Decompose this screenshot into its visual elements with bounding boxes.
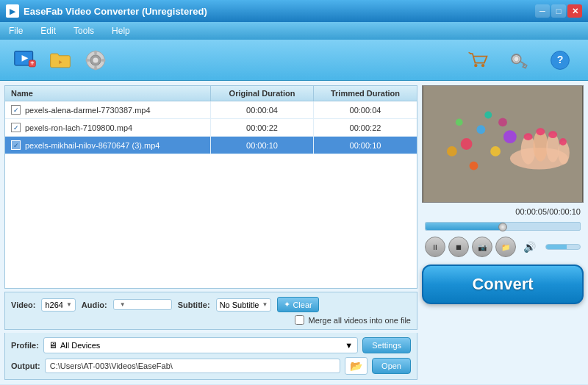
menu-bar: File Edit Tools Help [0, 22, 588, 40]
settings-button[interactable]: Settings [362, 337, 411, 353]
progress-bar[interactable] [425, 222, 581, 231]
svg-point-37 [548, 131, 557, 138]
column-name: Name [5, 86, 211, 101]
table-row[interactable]: ✓ pexels-ron-lach-7109800.mp4 00:00:22 0… [5, 119, 417, 137]
title-bar: ▶ EaseFab Video Converter (Unregistered)… [0, 0, 588, 22]
video-select-arrow: ▼ [66, 301, 72, 308]
video-select[interactable]: h264 ▼ [41, 298, 75, 312]
left-panel: Name Original Duration Trimmed Duration … [4, 85, 417, 380]
merge-checkbox[interactable] [295, 315, 304, 325]
file-checkbox[interactable]: ✓ [11, 123, 21, 132]
toolbar: + [0, 40, 588, 81]
file-trimmed-duration: 00:00:10 [314, 137, 417, 154]
svg-text:+: + [30, 60, 34, 67]
progress-thumb[interactable] [498, 223, 507, 231]
profile-row: Profile: 🖥 All Devices ▼ Settings [11, 337, 411, 353]
audio-label: Audio: [82, 301, 107, 309]
main-content: Name Original Duration Trimmed Duration … [0, 81, 588, 384]
add-folder-button[interactable] [44, 44, 76, 76]
svg-point-38 [559, 138, 567, 145]
menu-tools[interactable]: Tools [71, 24, 97, 37]
output-label: Output: [11, 361, 40, 370]
current-time: 00:00:05 [515, 207, 547, 216]
file-original-duration: 00:00:22 [211, 119, 314, 136]
svg-point-25 [503, 130, 517, 143]
subtitle-select[interactable]: No Subtitle ▼ [216, 298, 272, 312]
cart-button[interactable] [462, 44, 494, 76]
browse-folder-button[interactable]: 📂 [345, 357, 368, 375]
help-button[interactable]: ? [544, 44, 576, 76]
file-name-cell: ✓ pexels-alena-darmel-7730387.mp4 [5, 101, 211, 118]
svg-point-35 [524, 133, 533, 140]
video-audio-row: Video: h264 ▼ Audio: ▼ Subtitle: No Subt… [11, 297, 411, 312]
file-trimmed-duration: 00:00:04 [314, 101, 417, 118]
svg-rect-11 [86, 59, 90, 62]
svg-point-24 [456, 118, 463, 126]
toolbar-right: ? [462, 44, 579, 76]
convert-button[interactable]: Convert [422, 265, 584, 304]
close-button[interactable]: ✕ [567, 4, 582, 18]
svg-text:?: ? [557, 54, 564, 65]
key-button[interactable] [503, 44, 535, 76]
app-title: EaseFab Video Converter (Unregistered) [24, 6, 207, 17]
file-checkbox[interactable]: ✓ [11, 140, 21, 150]
snapshot-button[interactable]: 📷 [472, 237, 492, 257]
svg-point-23 [490, 146, 501, 156]
svg-point-36 [536, 128, 545, 135]
column-trimmed-duration: Trimmed Duration [314, 86, 417, 101]
settings-toolbar-button[interactable] [79, 44, 112, 76]
svg-point-13 [474, 63, 477, 66]
file-list: Name Original Duration Trimmed Duration … [4, 85, 417, 289]
file-checkbox[interactable]: ✓ [11, 105, 21, 115]
video-thumbnail [423, 86, 583, 202]
output-row: Output: C:\Users\AT-003\Videos\EaseFab\ … [11, 357, 411, 375]
output-path[interactable]: C:\Users\AT-003\Videos\EaseFab\ [45, 359, 340, 373]
table-row[interactable]: ✓ pexels-alena-darmel-7730387.mp4 00:00:… [5, 101, 417, 119]
time-display: 00:00:05/00:00:10 [422, 206, 584, 217]
playback-controls: ⏸ ⏹ 📷 📁 🔊 [422, 235, 584, 259]
table-row[interactable]: ✓ pexels-mikhail-nilov-8670647 (3).mp4 0… [5, 137, 417, 154]
bottom-controls: Video: h264 ▼ Audio: ▼ Subtitle: No Subt… [4, 292, 417, 330]
stop-button[interactable]: ⏹ [448, 237, 469, 257]
svg-point-21 [461, 138, 473, 150]
svg-rect-9 [94, 50, 97, 54]
file-name-cell: ✓ pexels-ron-lach-7109800.mp4 [5, 119, 211, 136]
video-label: Video: [11, 301, 35, 309]
svg-point-22 [476, 125, 485, 134]
svg-rect-12 [101, 59, 105, 62]
svg-point-27 [484, 112, 492, 119]
audio-select-arrow: ▼ [120, 301, 126, 308]
pause-button[interactable]: ⏸ [425, 237, 445, 257]
subtitle-select-arrow: ▼ [262, 301, 268, 308]
clear-icon: ✦ [284, 300, 290, 309]
total-time: 00:00:10 [549, 207, 581, 216]
file-original-duration: 00:00:10 [211, 137, 314, 154]
profile-arrow: ▼ [345, 341, 353, 350]
svg-point-16 [514, 56, 519, 61]
profile-select[interactable]: 🖥 All Devices ▼ [43, 337, 358, 353]
menu-edit[interactable]: Edit [37, 24, 59, 37]
clear-button[interactable]: ✦ Clear [277, 297, 318, 312]
merge-row: Merge all videos into one file [11, 315, 411, 325]
file-name-cell: ✓ pexels-mikhail-nilov-8670647 (3).mp4 [5, 137, 211, 154]
open-button[interactable]: Open [372, 358, 411, 374]
svg-rect-10 [94, 66, 97, 70]
video-preview [422, 85, 584, 203]
volume-icon: 🔊 [519, 237, 539, 257]
menu-help[interactable]: Help [109, 24, 133, 37]
profile-output: Profile: 🖥 All Devices ▼ Settings Output… [4, 333, 417, 380]
profile-label: Profile: [11, 341, 39, 350]
audio-select[interactable]: ▼ [113, 299, 172, 310]
maximize-button[interactable]: □ [551, 4, 566, 18]
column-original-duration: Original Duration [211, 86, 314, 101]
file-original-duration: 00:00:04 [211, 101, 314, 118]
open-file-button[interactable]: 📁 [495, 237, 516, 257]
volume-slider[interactable] [545, 244, 581, 250]
profile-icon: 🖥 [49, 340, 57, 350]
menu-file[interactable]: File [6, 24, 26, 37]
svg-point-8 [93, 57, 98, 62]
svg-point-14 [481, 63, 484, 66]
svg-point-26 [470, 162, 478, 170]
minimize-button[interactable]: ─ [535, 4, 550, 18]
add-video-button[interactable]: + [9, 44, 41, 76]
